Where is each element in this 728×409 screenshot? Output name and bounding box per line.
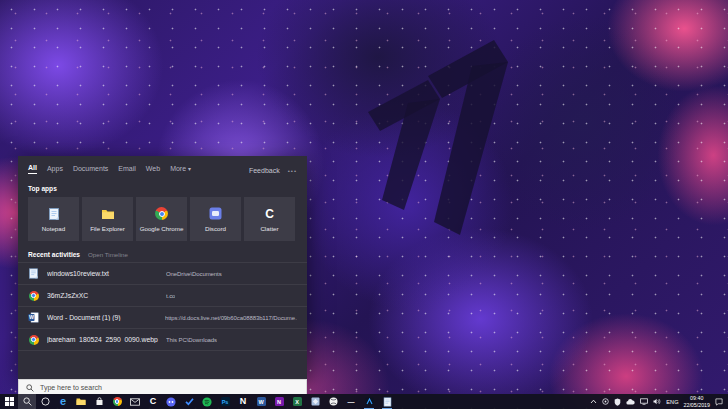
- photoshop-button[interactable]: Ps: [216, 394, 234, 409]
- tab-documents[interactable]: Documents: [73, 165, 108, 174]
- tile-label: File Explorer: [90, 225, 125, 232]
- mail-icon: [130, 398, 140, 406]
- file-explorer-icon: [101, 207, 115, 221]
- recent-item-location: t.co: [166, 293, 175, 299]
- file-explorer-button[interactable]: [72, 394, 90, 409]
- chrome-button[interactable]: [108, 394, 126, 409]
- recent-item[interactable]: W Word - Document (1) (9) https://d.docs…: [18, 306, 307, 328]
- recent-activities-list: windows10review.txt OneDrive\Documents 3…: [18, 262, 307, 351]
- search-icon: [23, 397, 32, 406]
- volume-icon[interactable]: [653, 398, 661, 405]
- shield-icon[interactable]: [614, 398, 621, 406]
- word-button[interactable]: W: [252, 394, 270, 409]
- display-icon[interactable]: [640, 398, 648, 405]
- spotify-button[interactable]: [198, 394, 216, 409]
- tile-notepad[interactable]: Notepad: [28, 197, 79, 241]
- word-icon: W: [28, 312, 39, 323]
- top-apps-tiles: Notepad File Explorer Google Chrome Disc…: [18, 197, 307, 241]
- todo-check-button[interactable]: [180, 394, 198, 409]
- tab-email[interactable]: Email: [118, 165, 136, 174]
- chrome-icon: [113, 397, 122, 406]
- excel-icon: X: [293, 397, 302, 406]
- tile-label: Clatter: [260, 225, 278, 232]
- notepad-file-icon: [28, 268, 39, 279]
- recent-activities-heading: Recent activities: [28, 251, 80, 258]
- mail-button[interactable]: [126, 394, 144, 409]
- photoshop-icon: Ps: [221, 397, 230, 406]
- chevron-up-icon[interactable]: [590, 399, 597, 404]
- store-icon: [95, 397, 104, 406]
- recent-item-name: windows10review.txt: [47, 270, 166, 277]
- minimized-app-icon: —: [348, 398, 355, 405]
- notepad-icon: [383, 397, 392, 407]
- search-flyout: All Apps Documents Email Web More▾ Feedb…: [18, 156, 307, 379]
- recent-item-location: OneDrive\Documents: [166, 271, 222, 277]
- taskbar-search-input[interactable]: Type here to search: [18, 379, 307, 394]
- taskbar: e C: [0, 394, 728, 409]
- recent-item-name: Word - Document (1) (9): [47, 314, 165, 321]
- onenote-button[interactable]: N: [270, 394, 288, 409]
- onedrive-cloud-icon[interactable]: [626, 399, 635, 405]
- store-button[interactable]: [90, 394, 108, 409]
- start-button[interactable]: [0, 394, 18, 409]
- cortana-button[interactable]: [36, 394, 54, 409]
- photos-button[interactable]: [306, 394, 324, 409]
- photos-icon: [311, 397, 320, 406]
- edge-button[interactable]: e: [54, 394, 72, 409]
- recent-item-location: This PC\Downloads: [166, 337, 217, 343]
- check-icon: [185, 397, 194, 406]
- discord-icon: [209, 207, 223, 221]
- system-tray: ENG 09:40 22/05/2019: [590, 395, 728, 407]
- taskbar-search-button[interactable]: [18, 394, 36, 409]
- feedback-link[interactable]: Feedback: [249, 167, 280, 174]
- adobe-app-button[interactable]: [360, 394, 378, 409]
- word-icon: W: [257, 397, 266, 406]
- tab-web[interactable]: Web: [146, 165, 160, 174]
- chrome-icon: [28, 334, 39, 345]
- onenote-icon: N: [275, 397, 284, 406]
- overflow-menu-icon[interactable]: •••: [288, 168, 297, 174]
- clatter-button[interactable]: C: [144, 394, 162, 409]
- spotify-icon: [202, 397, 212, 407]
- clatter-icon: C: [150, 397, 157, 406]
- tab-more[interactable]: More▾: [170, 165, 191, 174]
- edge-icon: e: [60, 396, 66, 407]
- notepad-app-button[interactable]: [378, 394, 396, 409]
- clatter-icon: C: [263, 207, 277, 221]
- tile-file-explorer[interactable]: File Explorer: [82, 197, 133, 241]
- language-indicator[interactable]: ENG: [666, 399, 678, 405]
- clock[interactable]: 09:40 22/05/2019: [683, 395, 710, 407]
- recent-activities-header: Recent activities Open Timeline: [28, 251, 297, 258]
- adobe-app-icon: [365, 397, 374, 406]
- tile-clatter[interactable]: C Clatter: [244, 197, 295, 241]
- recent-item[interactable]: jbareham_180524_2590_0090.webp This PC\D…: [18, 328, 307, 351]
- notepad-icon: [47, 207, 61, 221]
- discord-button[interactable]: [162, 394, 180, 409]
- search-filter-tabs: All Apps Documents Email Web More▾ Feedb…: [18, 156, 307, 178]
- action-center-icon[interactable]: [715, 398, 723, 406]
- xbox-button[interactable]: [324, 394, 342, 409]
- notion-icon: N: [240, 397, 247, 406]
- chrome-icon: [28, 290, 39, 301]
- recent-item[interactable]: 36mZJsZxXC t.co: [18, 284, 307, 306]
- recent-item-location: https://d.docs.live.net/09b60ca08883b117…: [165, 315, 297, 321]
- tab-all[interactable]: All: [28, 164, 37, 174]
- tile-discord[interactable]: Discord: [190, 197, 241, 241]
- tile-label: Google Chrome: [140, 225, 184, 232]
- tile-google-chrome[interactable]: Google Chrome: [136, 197, 187, 241]
- cortana-icon: [41, 397, 50, 406]
- minimized-app-button[interactable]: —: [342, 394, 360, 409]
- desktop: All Apps Documents Email Web More▾ Feedb…: [0, 0, 728, 409]
- tab-apps[interactable]: Apps: [47, 165, 63, 174]
- open-timeline-link[interactable]: Open Timeline: [88, 251, 128, 258]
- file-explorer-icon: [76, 397, 86, 406]
- notion-button[interactable]: N: [234, 394, 252, 409]
- tray-app-icon[interactable]: [602, 398, 609, 405]
- taskbar-pinned-icons: e C: [0, 394, 396, 409]
- clock-date: 22/05/2019: [683, 402, 710, 408]
- recent-item[interactable]: windows10review.txt OneDrive\Documents: [18, 262, 307, 284]
- xbox-icon: [329, 397, 338, 406]
- top-apps-heading: Top apps: [28, 185, 297, 192]
- recent-item-name: jbareham_180524_2590_0090.webp: [47, 336, 166, 343]
- excel-button[interactable]: X: [288, 394, 306, 409]
